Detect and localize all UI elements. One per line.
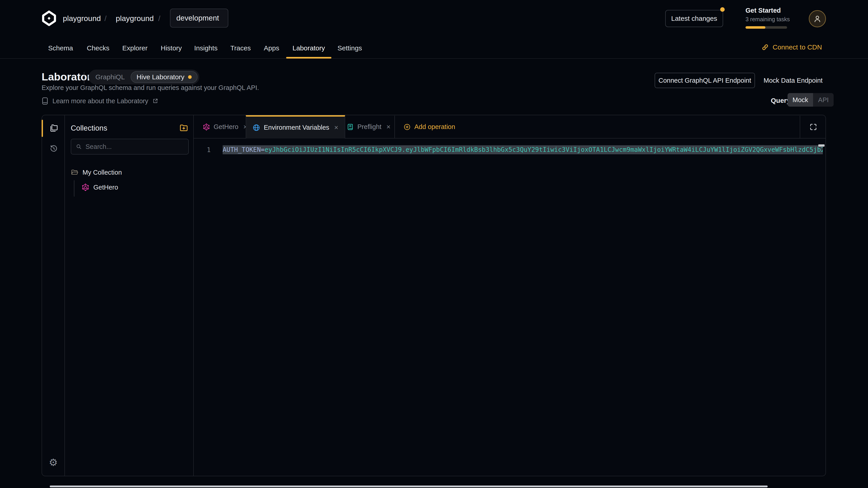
laboratory-workspace: ⚙ Collections My Collection (41, 115, 826, 476)
connect-to-cdn-label: Connect to CDN (773, 43, 822, 51)
nav-tab-history[interactable]: History (161, 44, 182, 52)
connect-to-cdn-link[interactable]: Connect to CDN (761, 43, 822, 51)
tab-preflight-label: Preflight (358, 123, 381, 131)
code-value: eyJhbGciOiJIUzI1NiIsInR5cCI6IkpXVCJ9.eyJ… (265, 146, 823, 153)
code-operator: = (261, 146, 265, 153)
code-line[interactable]: AUTH_TOKEN=eyJhbGciOiJIUzI1NiIsInR5cCI6I… (223, 145, 823, 154)
mock-endpoint-label: Mock Data Endpoint (764, 77, 823, 84)
external-link-icon (152, 98, 158, 104)
target-selector-value: development (176, 14, 219, 22)
tab-preflight[interactable]: Preflight × (340, 115, 397, 138)
book-icon (41, 97, 49, 105)
progress-fill (745, 26, 765, 29)
history-icon[interactable] (49, 144, 58, 153)
main-nav: Schema Checks Explorer History Insights … (0, 38, 868, 59)
line-number: 1 (207, 146, 211, 154)
get-started-title: Get Started (745, 7, 804, 14)
tree-folder-label: My Collection (83, 169, 122, 176)
page-horizontal-scrollbar[interactable] (50, 486, 768, 487)
get-started-progress-track (745, 26, 787, 29)
lab-mode-toggle: GraphiQL Hive Laboratory (89, 70, 199, 85)
divider (800, 116, 800, 138)
query-mode-mock[interactable]: Mock (787, 93, 813, 107)
add-operation-label: Add operation (414, 123, 455, 131)
globe-icon (252, 124, 260, 131)
nav-tab-settings[interactable]: Settings (338, 44, 362, 52)
environment-variables-editor[interactable]: 1 AUTH_TOKEN=eyJhbGciOiJIUzI1NiIsInR5cCI… (194, 138, 826, 476)
add-operation-button[interactable]: Add operation (403, 115, 455, 138)
settings-gear-icon[interactable]: ⚙ (49, 457, 58, 468)
tab-env-label: Environment Variables (264, 124, 329, 131)
hive-mode-dot (188, 75, 192, 79)
tree-item-my-collection[interactable]: My Collection (71, 168, 122, 176)
link-icon (761, 43, 769, 51)
script-icon (346, 123, 354, 131)
close-icon[interactable]: × (333, 124, 338, 132)
collections-panel: Collections My Collection (65, 115, 194, 476)
learn-more-link[interactable]: Learn more about the Laboratory (41, 97, 158, 105)
app-header: playground / playground / development La… (0, 0, 868, 38)
graphql-icon (82, 184, 89, 191)
nav-tab-laboratory[interactable]: Laboratory (292, 44, 325, 52)
active-tab-underline (286, 57, 331, 59)
page-subtitle: Explore your GraphQL schema and run quer… (41, 84, 259, 92)
query-mode-api[interactable]: API (813, 93, 834, 107)
person-icon (813, 14, 822, 23)
tree-operation-label: GetHero (93, 184, 118, 191)
collections-title: Collections (71, 124, 107, 132)
notification-dot (720, 7, 725, 12)
code-variable: AUTH_TOKEN (223, 146, 261, 153)
left-icon-rail: ⚙ (42, 115, 65, 476)
tab-gethero-label: GetHero (214, 123, 239, 131)
latest-changes-button[interactable]: Latest changes (665, 10, 723, 27)
mock-data-endpoint-button[interactable]: Mock Data Endpoint (764, 73, 823, 88)
target-selector-dropdown[interactable]: development (170, 8, 228, 28)
latest-changes-label: Latest changes (671, 15, 717, 22)
nav-tab-schema[interactable]: Schema (48, 44, 73, 52)
tab-separator (395, 116, 395, 138)
new-collection-folder-plus-icon[interactable] (179, 123, 188, 132)
breadcrumb-org[interactable]: playground (63, 14, 101, 23)
collections-icon[interactable] (49, 123, 58, 132)
collections-search-box (71, 139, 189, 155)
divider (84, 72, 84, 84)
editor-scrollbar-thumb[interactable] (818, 144, 825, 147)
breadcrumb-separator: / (104, 14, 106, 23)
get-started-widget[interactable]: Get Started 3 remaining tasks (745, 7, 804, 29)
nav-tab-apps[interactable]: Apps (264, 44, 279, 52)
nav-tab-insights[interactable]: Insights (194, 44, 217, 52)
learn-more-label: Learn more about the Laboratory (53, 97, 148, 105)
breadcrumb-separator: / (158, 14, 160, 23)
rail-active-indicator (41, 120, 43, 137)
plus-circle-icon (403, 123, 411, 131)
connect-endpoint-label: Connect GraphQL API Endpoint (658, 77, 751, 84)
fullscreen-icon[interactable] (809, 123, 817, 131)
query-mode-toggle: Mock API (787, 93, 834, 107)
tab-environment-variables[interactable]: Environment Variables × (246, 115, 345, 138)
nav-tab-explorer[interactable]: Explorer (122, 44, 148, 52)
tree-indent-guide (74, 180, 74, 197)
folder-open-icon (71, 168, 79, 176)
tree-item-gethero[interactable]: GetHero (82, 184, 118, 191)
search-input[interactable] (86, 143, 184, 151)
mode-option-graphiql[interactable]: GraphiQL (95, 73, 125, 81)
workspace-tabstrip: GetHero × Environment Variables × Prefli… (194, 115, 826, 138)
mode-option-hive-laboratory[interactable]: Hive Laboratory (131, 71, 197, 83)
connect-graphql-endpoint-button[interactable]: Connect GraphQL API Endpoint (655, 73, 755, 88)
search-icon (76, 143, 82, 150)
nav-tab-checks[interactable]: Checks (87, 44, 110, 52)
breadcrumb-project[interactable]: playground (116, 14, 154, 23)
hive-logo-icon[interactable] (41, 10, 57, 26)
graphql-icon (203, 123, 210, 131)
nav-tab-traces[interactable]: Traces (230, 44, 251, 52)
tab-gethero[interactable]: GetHero × (196, 115, 254, 138)
user-avatar[interactable] (809, 10, 826, 27)
mode-hive-label: Hive Laboratory (136, 73, 184, 81)
get-started-subtitle: 3 remaining tasks (745, 16, 804, 23)
close-icon[interactable]: × (385, 123, 391, 131)
